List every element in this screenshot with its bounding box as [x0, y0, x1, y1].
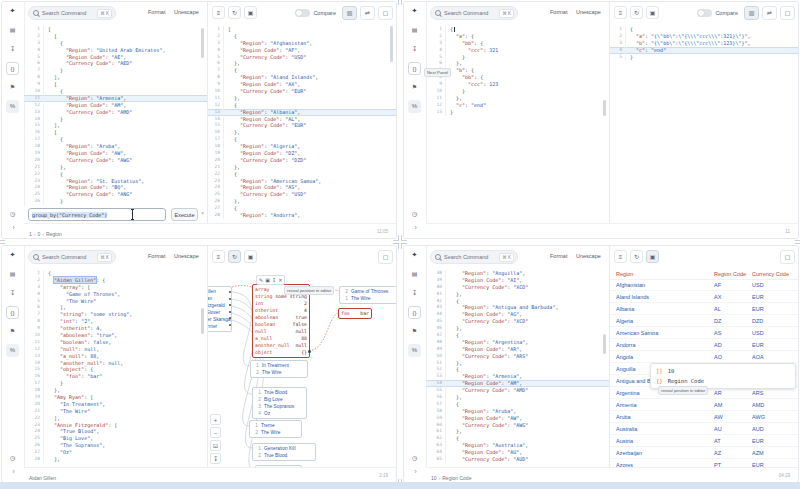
copy-icon[interactable]: ▣ [646, 6, 659, 19]
code-line[interactable]: 46 }, [426, 325, 609, 332]
code-line[interactable]: 40 "Currency Code": "XCD" [426, 284, 609, 291]
search-command-input[interactable]: Search Command ⌘ K [28, 6, 116, 20]
code-line[interactable]: 65 "Currency Code": "AUD" [426, 456, 609, 463]
code-line[interactable]: 13 "a_null": 88, [24, 353, 207, 360]
scrollbar-thumb[interactable] [603, 100, 606, 116]
code-line[interactable]: 13} [426, 109, 609, 116]
format-button[interactable]: Format [550, 9, 567, 15]
code-line[interactable]: 22 ], [24, 415, 207, 422]
code-line[interactable]: 63 "Region": "Australia", [426, 442, 609, 449]
array-node-alexander-skarsgard[interactable]: 1Generation Kill2True Blood [252, 443, 316, 461]
code-line[interactable]: 17 { [208, 136, 396, 143]
code-line[interactable]: 47 { [426, 332, 609, 339]
code-line[interactable]: 2 "a": "{\"bb\":\"{\\\"ccc\\\":321}\"}", [610, 33, 798, 40]
code-line[interactable]: 21 "The Wire" [24, 408, 207, 415]
breadcrumb-segment[interactable]: Region [46, 231, 62, 237]
history-icon[interactable]: ◷ [408, 208, 421, 221]
code-line[interactable]: 28 "Region": "Andorra", [208, 212, 396, 219]
format-button[interactable]: Format [148, 253, 165, 259]
popup-item[interactable]: []10 [656, 366, 790, 376]
code-line[interactable]: 16 }, [208, 129, 396, 136]
code-line[interactable]: 3 "bb": { [426, 40, 609, 47]
code-line[interactable]: 43 "Region": "Antigua and Barbuda", [426, 304, 609, 311]
collapse-icon[interactable]: › [7, 466, 20, 479]
flag-icon[interactable]: ⚑ [408, 325, 421, 338]
code-line[interactable]: 5 "Currency Code": "USD" [208, 54, 396, 61]
code-line[interactable]: 19 "Amy Ryan": [ [24, 394, 207, 401]
code-line[interactable]: 24 "Region Code": "BQ", [24, 184, 207, 191]
code-line[interactable]: 16 "foo": "bar" [24, 373, 207, 380]
transform-icon[interactable]: % [408, 100, 421, 113]
execute-button[interactable]: Execute [171, 208, 198, 221]
braces-icon[interactable]: {} [6, 62, 19, 75]
code-line[interactable]: 56 }, [426, 394, 609, 401]
column-header[interactable]: Region [616, 271, 714, 277]
flag-icon[interactable]: ⚑ [408, 81, 421, 94]
code-line[interactable]: 58 "Region": "Aruba", [426, 408, 609, 415]
code-line[interactable]: 13 "Region": "Albania", [208, 109, 396, 116]
unescape-button[interactable]: Unescape [174, 253, 199, 259]
code-line[interactable]: 15 "object": { [24, 366, 207, 373]
code-line[interactable]: 11 "boolean": false, [24, 339, 207, 346]
fit-view-icon[interactable]: ⊡ [210, 440, 221, 451]
code-line[interactable]: 1{ [24, 270, 207, 277]
braces-icon[interactable]: {} [408, 62, 421, 75]
scrollbar-thumb[interactable] [603, 334, 606, 354]
code-line[interactable]: 3 "b": "{\"bb\":\"{\\\"ccc\\\":123}\"}", [610, 40, 798, 47]
code-line[interactable]: 41 }, [426, 291, 609, 298]
code-line[interactable]: 27 { [208, 205, 396, 212]
code-line[interactable]: 21 }, [24, 164, 207, 171]
copy-icon[interactable]: ▣ [265, 277, 270, 283]
code-line[interactable]: 4 "c": "end" [610, 47, 798, 54]
code-editor[interactable]: 1{2 "a": {3 "bb": {4 "ccc": 3215 }6 },7 … [426, 26, 609, 224]
code-line[interactable]: 15 "Currency Code": "EUR" [208, 122, 396, 129]
array-node-annie-fitzgerald[interactable]: 1True Blood2Big Love3The Sopranos4Oz [252, 387, 307, 419]
code-line[interactable]: 11 }, [208, 95, 396, 102]
chart-icon[interactable]: ▥ [744, 6, 759, 20]
code-line[interactable]: 25 "Big Love", [24, 435, 207, 442]
code-line[interactable]: 53 "Region": "Armenia", [426, 373, 609, 380]
export-icon[interactable]: ↧ [210, 453, 221, 464]
swap-icon[interactable]: ⇄ [762, 6, 777, 20]
document-icon[interactable]: ▤ [6, 268, 19, 281]
code-line[interactable]: 60 "Currency Code": "AWG" [426, 422, 609, 429]
code-line[interactable]: 59 "Region Code": "AW", [426, 415, 609, 422]
code-line[interactable]: 2 [ [24, 33, 207, 40]
code-line[interactable]: 1{ [426, 26, 609, 33]
code-line[interactable]: 13 "Currency Code": "AMD" [24, 109, 207, 116]
code-line[interactable]: 22 { [208, 171, 396, 178]
unescape-button[interactable]: Unescape [576, 253, 601, 259]
code-line[interactable]: 6 ], [24, 304, 207, 311]
format-button[interactable]: Format [550, 253, 567, 259]
code-line[interactable]: 25 "Currency Code": "USD" [208, 191, 396, 198]
command-input[interactable]: group_by("Currency Code") [28, 208, 166, 221]
code-line[interactable]: 27 "Oz" [24, 449, 207, 456]
breadcrumb[interactable]: 1›0›Region [29, 222, 62, 238]
collapse-icon[interactable]: › [7, 222, 20, 235]
code-line[interactable]: 49 "Region Code": "AR", [426, 346, 609, 353]
code-line[interactable]: 26 }, [208, 198, 396, 205]
import-icon[interactable]: ↧ [408, 287, 421, 300]
code-line[interactable]: 26 "The Sopranos", [24, 442, 207, 449]
breadcrumb-segment[interactable]: 0 [37, 231, 40, 237]
code-line[interactable]: 20 "Currency Code": "DZD" [208, 157, 396, 164]
table-row[interactable]: ArmeniaAMAMD [610, 399, 798, 411]
close-icon[interactable]: × [201, 210, 204, 216]
code-line[interactable]: 50 "Currency Code": "ARS" [426, 353, 609, 360]
breadcrumb-segment[interactable]: Region Code [442, 475, 471, 481]
table-row[interactable]: AzerbaijanAZAZM [610, 447, 798, 459]
flag-icon[interactable]: ⚑ [6, 325, 19, 338]
transform-icon[interactable]: % [408, 344, 421, 357]
code-line[interactable]: 51 }, [426, 360, 609, 367]
code-line[interactable]: 5 "Region Code": "AE", [24, 54, 207, 61]
document-icon[interactable]: ▤ [408, 268, 421, 281]
code-line[interactable]: 12 "c": "end" [426, 102, 609, 109]
import-icon[interactable]: ↧ [6, 287, 19, 300]
table-row[interactable]: AustraliaAUAUD [610, 423, 798, 435]
root-node[interactable]: 1Aidan Gillen2Amy Ryan3Annie Fitzgerald4… [207, 286, 232, 332]
code-line[interactable]: 2 "a": { [426, 33, 609, 40]
transform-icon[interactable]: % [6, 100, 19, 113]
code-line[interactable]: 9 "Region Code": "AX", [208, 81, 396, 88]
code-line[interactable]: 16 [ [24, 129, 207, 136]
code-line[interactable]: 8 ], [24, 74, 207, 81]
